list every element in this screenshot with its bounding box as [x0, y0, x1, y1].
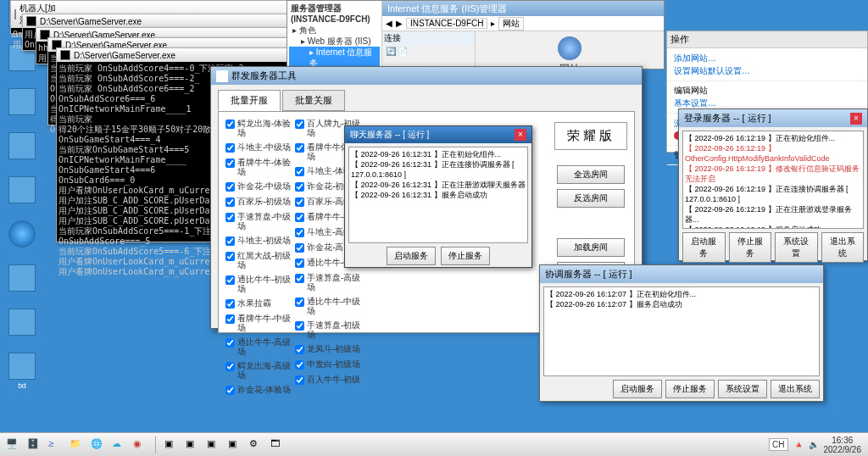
- tree-node[interactable]: ▸ Web 服务器 (IIS): [289, 36, 380, 47]
- taskbar[interactable]: 🖥️ 🗄️ ≥ 📁 🌐 ☁ ◉ ▣ ▣ ▣ ▣ ⚙ 🗔 CH 🔺 🔈 16:36…: [0, 432, 868, 456]
- refresh-icon[interactable]: 🔄: [386, 47, 396, 56]
- titlebar[interactable]: D:\Server\GameServer.exe: [57, 48, 309, 62]
- room-checkbox-item[interactable]: 鳄龙出海-高级场: [225, 361, 293, 380]
- room-checkbox[interactable]: [225, 120, 235, 129]
- system-settings-button[interactable]: 系统设置: [775, 232, 818, 263]
- room-checkbox[interactable]: [295, 259, 304, 268]
- room-checkbox[interactable]: [295, 143, 304, 153]
- room-checkbox-item[interactable]: 鳄龙出海-体验场: [225, 119, 293, 137]
- iis-breadcrumb[interactable]: ◀ ▶ INSTANCE-D9FCH ▸ 网站: [382, 16, 664, 31]
- add-icon[interactable]: 📄: [398, 47, 408, 56]
- app-icon[interactable]: ◉: [131, 437, 149, 453]
- room-checkbox[interactable]: [225, 275, 235, 285]
- coord-server-window[interactable]: 协调服务器 -- [ 运行 ] 【 2022-09-26 16:12:07 】正…: [539, 264, 824, 402]
- room-checkbox-item[interactable]: 中发白-初级场: [295, 359, 363, 370]
- room-checkbox[interactable]: [225, 252, 235, 261]
- room-checkbox-item[interactable]: 通比牛牛-高级场: [225, 337, 293, 356]
- room-checkbox[interactable]: [225, 236, 235, 246]
- start-icon[interactable]: 🖥️: [3, 437, 22, 453]
- room-checkbox[interactable]: [295, 197, 304, 207]
- room-checkbox-item[interactable]: 斗地主-初级场: [225, 236, 293, 246]
- exit-system-button[interactable]: 退出系统: [771, 380, 820, 398]
- room-checkbox[interactable]: [295, 182, 304, 192]
- room-checkbox-item[interactable]: 手速算盘-初级场: [295, 320, 363, 339]
- window-task-icon[interactable]: 🗔: [268, 437, 287, 453]
- titlebar[interactable]: 登录服务器 -- [ 运行 ] ×: [679, 109, 867, 127]
- room-checkbox-item[interactable]: 手速算盘-高级场: [295, 273, 363, 292]
- iis-tree[interactable]: 服务器管理器 (INSTANCE-D9FCH) ▸ 角色▸ Web 服务器 (I…: [287, 1, 382, 69]
- titlebar[interactable]: 协调服务器 -- [ 运行 ]: [540, 265, 823, 283]
- room-checkbox[interactable]: [225, 299, 235, 309]
- room-checkbox-item[interactable]: 百家乐-初级场: [225, 197, 293, 207]
- server-manager-icon[interactable]: 🗄️: [25, 437, 43, 453]
- tree-root[interactable]: 服务器管理器 (INSTANCE-D9FCH): [289, 3, 380, 25]
- room-checkbox[interactable]: [295, 167, 304, 176]
- room-checkbox[interactable]: [295, 213, 304, 222]
- room-checkbox[interactable]: [295, 360, 304, 370]
- login-server-window[interactable]: 登录服务器 -- [ 运行 ] × 【 2022-09-26 16:12:19 …: [678, 108, 868, 261]
- tree-node[interactable]: ▸ 角色: [289, 25, 380, 36]
- stop-service-button[interactable]: 停止服务: [441, 247, 490, 265]
- room-checkbox[interactable]: [295, 321, 304, 331]
- stop-service-button[interactable]: 停止服务: [729, 232, 772, 263]
- bindings-link[interactable]: 基本设置…: [674, 97, 860, 109]
- console-task-icon[interactable]: ▣: [183, 437, 202, 453]
- stop-service-button[interactable]: 停止服务: [665, 380, 715, 398]
- room-checkbox-item[interactable]: 百人牛牛-初级: [295, 375, 363, 385]
- room-checkbox-item[interactable]: 看牌牛牛-中级场: [225, 314, 293, 332]
- desktop-app-icon[interactable]: [3, 132, 41, 173]
- tab-batch-close[interactable]: 批量关服: [282, 90, 345, 111]
- console-task-icon[interactable]: ▣: [204, 437, 223, 453]
- invert-select-button[interactable]: 反选房间: [557, 189, 625, 208]
- room-checkbox[interactable]: [295, 345, 304, 354]
- room-checkbox-item[interactable]: 斗地主-中级场: [225, 142, 293, 153]
- iis-manager-window[interactable]: 服务器管理器 (INSTANCE-D9FCH) ▸ 角色▸ Web 服务器 (I…: [287, 0, 665, 70]
- select-all-button[interactable]: 全选房间: [557, 165, 625, 184]
- room-checkbox[interactable]: [225, 314, 235, 324]
- room-checkbox-item[interactable]: 诈金花-中级场: [225, 181, 293, 192]
- load-rooms-button[interactable]: 加载房间: [557, 238, 625, 257]
- room-checkbox[interactable]: [295, 243, 304, 253]
- desktop-app-icon[interactable]: [3, 88, 41, 129]
- tray-icon[interactable]: 🔺: [793, 440, 804, 449]
- ie-icon[interactable]: [3, 220, 41, 261]
- close-icon[interactable]: ×: [850, 113, 862, 125]
- room-checkbox-item[interactable]: 通比牛牛-初级场: [225, 275, 293, 293]
- room-checkbox-item[interactable]: 通比牛牛-中级场: [295, 297, 363, 315]
- room-checkbox[interactable]: [225, 182, 235, 192]
- chrome-icon[interactable]: 🌐: [88, 437, 107, 453]
- room-checkbox[interactable]: [225, 338, 235, 348]
- room-checkbox-item[interactable]: 红黑大战-初级场: [225, 251, 293, 270]
- room-checkbox[interactable]: [295, 274, 304, 283]
- tray-icon[interactable]: 🔈: [809, 440, 819, 449]
- ime-indicator[interactable]: CH: [769, 438, 787, 451]
- room-checkbox[interactable]: [295, 120, 304, 129]
- room-checkbox[interactable]: [225, 362, 235, 371]
- start-service-button[interactable]: 启动服务: [613, 380, 662, 398]
- desktop-folder-icon[interactable]: [3, 309, 41, 349]
- back-icon[interactable]: ◀: [386, 19, 392, 28]
- forward-icon[interactable]: ▶: [396, 19, 403, 28]
- room-checkbox[interactable]: [225, 143, 235, 153]
- room-checkbox[interactable]: [295, 375, 304, 385]
- room-checkbox-item[interactable]: 手速算盘-中级场: [225, 212, 293, 231]
- explorer-icon[interactable]: 📁: [67, 437, 86, 453]
- room-checkbox-item[interactable]: 诈金花-体验场: [225, 385, 293, 395]
- system-settings-button[interactable]: 系统设置: [718, 380, 767, 398]
- start-service-button[interactable]: 启动服务: [387, 247, 436, 265]
- titlebar[interactable]: 群发服务器工具: [211, 67, 642, 85]
- close-icon[interactable]: ×: [515, 129, 526, 141]
- desktop-app-icon[interactable]: [3, 176, 41, 217]
- room-checkbox[interactable]: [225, 158, 235, 168]
- console-task-icon[interactable]: ▣: [162, 437, 181, 453]
- room-checkbox[interactable]: [295, 228, 304, 237]
- desktop-folder-icon[interactable]: [3, 264, 41, 305]
- room-checkbox[interactable]: [225, 213, 235, 222]
- add-website-link[interactable]: 添加网站…: [674, 52, 860, 64]
- powershell-icon[interactable]: ≥: [46, 437, 64, 453]
- window-task-icon[interactable]: ⚙: [247, 437, 265, 453]
- chat-server-window[interactable]: 聊天服务器 -- [ 运行 ] × 【 2022-09-26 16:12:31 …: [344, 125, 532, 268]
- clock[interactable]: 16:362022/9/26: [824, 436, 865, 454]
- start-service-button[interactable]: 启动服务: [682, 232, 726, 263]
- room-checkbox-item[interactable]: 看牌牛牛-体验场: [225, 158, 293, 176]
